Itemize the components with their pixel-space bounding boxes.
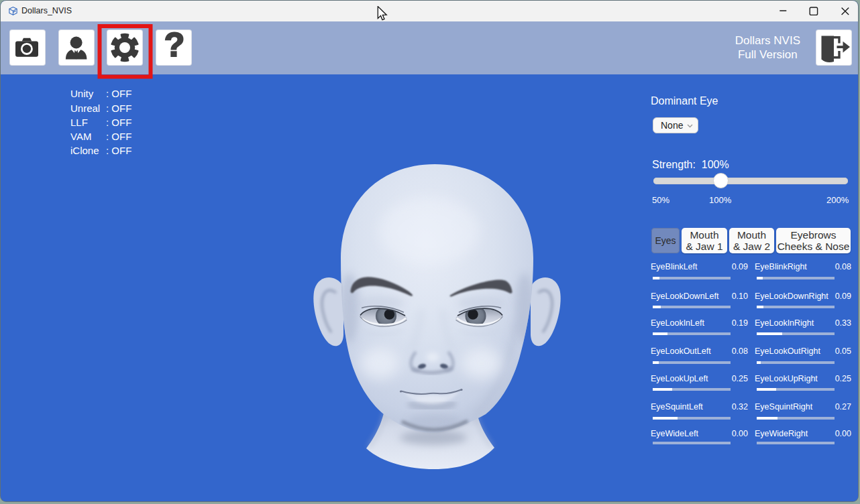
svg-text:?: ? [164, 26, 185, 64]
